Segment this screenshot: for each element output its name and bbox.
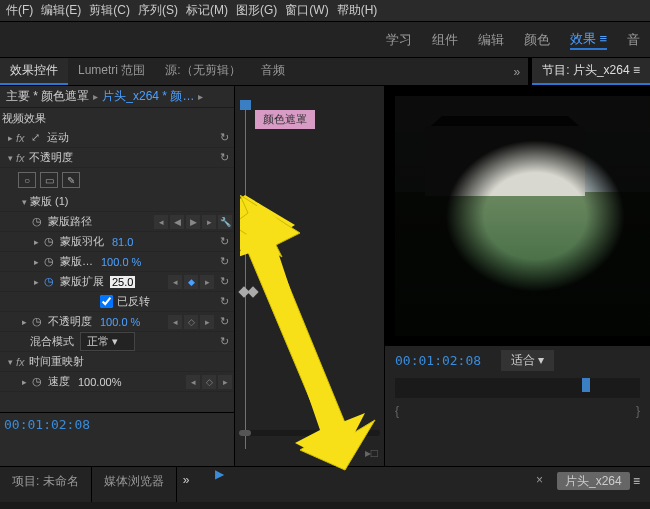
bracket-in-icon[interactable]: { bbox=[395, 404, 399, 418]
reset-icon[interactable]: ↻ bbox=[216, 254, 232, 270]
next-keyframe-icon[interactable]: ▸ bbox=[200, 275, 214, 289]
bracket-out-icon[interactable]: } bbox=[636, 404, 640, 418]
workspace-tab[interactable]: 效果 ≡ bbox=[570, 30, 607, 50]
bottom-panels: 项目: 未命名 媒体浏览器 » ▶ × 片头_x264 ≡ bbox=[0, 466, 650, 502]
invert-checkbox[interactable] bbox=[100, 295, 113, 308]
opacity-row[interactable]: ▸ ◷ 不透明度 100.0 % ◂ ◇ ▸ ↻ bbox=[0, 312, 234, 332]
video-effects-header: 视频效果 bbox=[0, 108, 234, 128]
breadcrumb-item-clip[interactable]: 片头_x264 * 颜… bbox=[102, 88, 194, 105]
playhead-icon[interactable]: ◀ bbox=[170, 215, 184, 229]
reset-icon[interactable]: ↻ bbox=[216, 274, 232, 290]
wrench-icon[interactable]: 🔧 bbox=[218, 215, 232, 229]
program-scrubber[interactable] bbox=[395, 378, 640, 398]
menu-item[interactable]: 窗口(W) bbox=[281, 0, 332, 21]
app-menubar: 件(F)编辑(E)剪辑(C)序列(S)标记(M)图形(G)窗口(W)帮助(H) bbox=[0, 0, 650, 22]
add-keyframe-icon[interactable]: ◆ bbox=[184, 275, 198, 289]
breadcrumb: 主要 * 颜色遮罩 ▸ 片头_x264 * 颜… ▸ bbox=[0, 86, 234, 108]
mask-group[interactable]: ▾ 蒙版 (1) bbox=[0, 192, 234, 212]
menu-item[interactable]: 序列(S) bbox=[134, 0, 182, 21]
zoom-scrollbar[interactable] bbox=[239, 430, 380, 436]
speed-row[interactable]: ▸ ◷ 速度 100.00% ◂ ◇ ▸ bbox=[0, 372, 234, 392]
next-keyframe-icon[interactable]: ▸ bbox=[202, 215, 216, 229]
menu-item[interactable]: 标记(M) bbox=[182, 0, 232, 21]
speed-value[interactable]: 100.00% bbox=[78, 376, 121, 388]
prev-keyframe-icon[interactable]: ◂ bbox=[154, 215, 168, 229]
preview-canvas[interactable] bbox=[385, 86, 650, 346]
timeline-clip-chip[interactable]: 片头_x264 bbox=[557, 472, 630, 490]
workspace-tab[interactable]: 音 bbox=[627, 31, 640, 49]
pen-mask-button[interactable]: ✎ bbox=[62, 172, 80, 188]
tab-effect-controls[interactable]: 效果控件 bbox=[0, 58, 68, 85]
play-icon[interactable]: ▶ bbox=[215, 467, 224, 502]
workspace-tab[interactable]: 编辑 bbox=[478, 31, 504, 49]
workspace-tab[interactable]: 学习 bbox=[386, 31, 412, 49]
keyframe-diamond[interactable] bbox=[247, 286, 258, 297]
expand-icon[interactable]: ▸□ bbox=[365, 446, 378, 460]
effect-motion[interactable]: ▸ fx ⤢ 运动 ↻ bbox=[0, 128, 234, 148]
ellipse-mask-button[interactable]: ○ bbox=[18, 172, 36, 188]
invert-mask-row[interactable]: 已反转 ↻ bbox=[0, 292, 234, 312]
reset-icon[interactable]: ↻ bbox=[216, 294, 232, 310]
stopwatch-icon[interactable]: ◷ bbox=[42, 255, 56, 269]
effect-opacity[interactable]: ▾ fx 不透明度 ↻ bbox=[0, 148, 234, 168]
time-remap-row[interactable]: ▾ fx 时间重映射 bbox=[0, 352, 234, 372]
menu-item[interactable]: 件(F) bbox=[2, 0, 37, 21]
stopwatch-icon[interactable]: ◷ bbox=[30, 215, 44, 229]
more-tabs-icon[interactable]: » bbox=[514, 65, 521, 79]
clip-label: 颜色遮罩 bbox=[255, 110, 315, 129]
reset-icon[interactable]: ↻ bbox=[216, 234, 232, 250]
add-keyframe-icon[interactable]: ◇ bbox=[184, 315, 198, 329]
breadcrumb-item-master[interactable]: 主要 * 颜色遮罩 bbox=[6, 88, 89, 105]
more-icon[interactable]: » bbox=[177, 467, 196, 502]
playhead-marker[interactable] bbox=[582, 378, 590, 392]
menu-item[interactable]: 剪辑(C) bbox=[85, 0, 134, 21]
feather-value[interactable]: 81.0 bbox=[112, 236, 133, 248]
opacity-value[interactable]: 100.0 % bbox=[100, 316, 140, 328]
menu-item[interactable]: 图形(G) bbox=[232, 0, 281, 21]
mask-expansion-row[interactable]: ▸ ◷ 蒙版扩展 25.0 ◂ ◆ ▸ ↻ bbox=[0, 272, 234, 292]
tab-media-browser[interactable]: 媒体浏览器 bbox=[92, 467, 177, 502]
expansion-value-input[interactable]: 25.0 bbox=[110, 276, 135, 288]
tab-source[interactable]: 源:（无剪辑） bbox=[155, 58, 250, 85]
mask-opacity-value[interactable]: 100.0 % bbox=[101, 256, 141, 268]
menu-item[interactable]: 编辑(E) bbox=[37, 0, 85, 21]
rect-mask-button[interactable]: ▭ bbox=[40, 172, 58, 188]
add-keyframe-icon[interactable]: ◇ bbox=[202, 375, 216, 389]
mask-shape-buttons: ○ ▭ ✎ bbox=[0, 168, 234, 192]
blend-mode-select[interactable]: 正常 ▾ bbox=[80, 332, 135, 351]
stopwatch-icon[interactable]: ◷ bbox=[30, 375, 44, 389]
prev-keyframe-icon[interactable]: ◂ bbox=[168, 275, 182, 289]
mask-path-row[interactable]: ◷ 蒙版路径 ◂ ◀ ▶ ▸ 🔧 bbox=[0, 212, 234, 232]
blend-mode-row[interactable]: 混合模式 正常 ▾ ↻ bbox=[0, 332, 234, 352]
next-frame-icon[interactable]: ▶ bbox=[186, 215, 200, 229]
tab-program[interactable]: 节目: 片头_x264 ≡ bbox=[532, 58, 650, 85]
tab-lumetri-scopes[interactable]: Lumetri 范围 bbox=[68, 58, 155, 85]
prev-keyframe-icon[interactable]: ◂ bbox=[186, 375, 200, 389]
program-timecode[interactable]: 00:01:02:08 bbox=[395, 353, 481, 368]
next-keyframe-icon[interactable]: ▸ bbox=[218, 375, 232, 389]
menu-item[interactable]: 帮助(H) bbox=[333, 0, 382, 21]
tab-audio[interactable]: 音频 bbox=[251, 58, 295, 85]
mask-feather-row[interactable]: ▸ ◷ 蒙版羽化 81.0 ↻ bbox=[0, 232, 234, 252]
next-keyframe-icon[interactable]: ▸ bbox=[200, 315, 214, 329]
chevron-right-icon: ▸ bbox=[198, 91, 203, 102]
reset-icon[interactable]: ↻ bbox=[216, 314, 232, 330]
workspace-switcher: 学习组件编辑颜色效果 ≡音 bbox=[0, 22, 650, 58]
program-monitor: 00:01:02:08 适合 ▾ { } bbox=[385, 86, 650, 466]
mask-opacity-row[interactable]: ▸ ◷ 蒙版… 100.0 % ↻ bbox=[0, 252, 234, 272]
stopwatch-icon[interactable]: ◷ bbox=[30, 315, 44, 329]
workspace-tab[interactable]: 组件 bbox=[432, 31, 458, 49]
reset-icon[interactable]: ↻ bbox=[216, 150, 232, 166]
reset-icon[interactable]: ↻ bbox=[216, 130, 232, 146]
prev-keyframe-icon[interactable]: ◂ bbox=[168, 315, 182, 329]
workspace-tab[interactable]: 颜色 bbox=[524, 31, 550, 49]
zoom-fit-select[interactable]: 适合 ▾ bbox=[501, 350, 554, 371]
twisty-icon: ▾ bbox=[18, 197, 30, 207]
stopwatch-icon[interactable]: ◷ bbox=[42, 235, 56, 249]
reset-icon[interactable]: ↻ bbox=[216, 334, 232, 350]
keyframe-timeline[interactable]: 颜色遮罩 ▸□ bbox=[235, 86, 385, 466]
tab-project[interactable]: 项目: 未命名 bbox=[0, 467, 92, 502]
chevron-right-icon: ▸ bbox=[93, 91, 98, 102]
playhead-line bbox=[245, 104, 246, 449]
stopwatch-on-icon[interactable]: ◷ bbox=[42, 275, 56, 289]
